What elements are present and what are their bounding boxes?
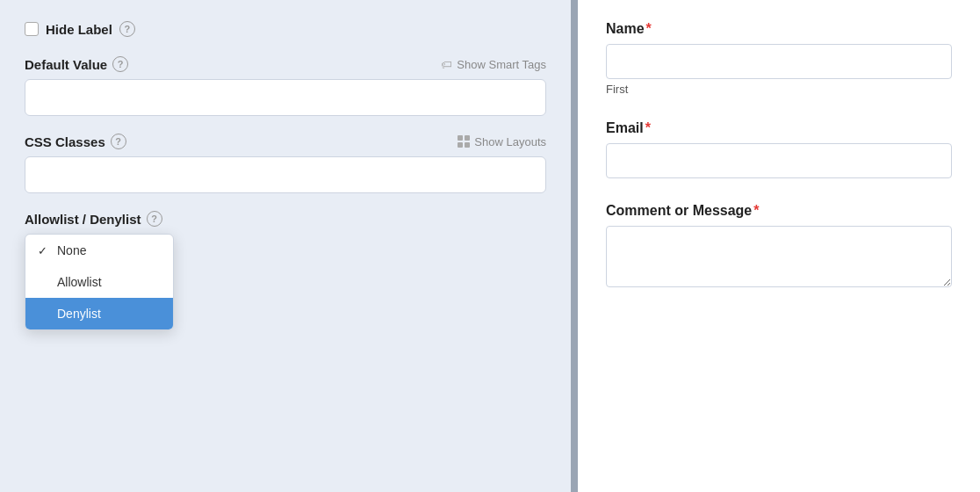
default-value-label: Default Value: [25, 57, 107, 72]
allowlist-denylist-label-left: Allowlist / Denylist ?: [25, 211, 162, 227]
hide-label-text: Hide Label: [46, 22, 112, 37]
default-value-help-icon[interactable]: ?: [112, 56, 128, 72]
none-label: None: [57, 243, 86, 257]
show-layouts-label: Show Layouts: [474, 135, 546, 148]
css-classes-label: CSS Classes: [25, 134, 105, 149]
name-sub-label: First: [606, 83, 952, 96]
show-smart-tags-link[interactable]: 🏷 Show Smart Tags: [441, 58, 546, 71]
comment-required-star: *: [753, 203, 759, 219]
default-value-field: Default Value ? 🏷 Show Smart Tags: [25, 56, 546, 116]
smart-tags-label: Show Smart Tags: [457, 58, 546, 71]
allowlist-denylist-label: Allowlist / Denylist: [25, 212, 141, 227]
default-value-label-left: Default Value ?: [25, 56, 128, 72]
denylist-label: Denylist: [57, 307, 101, 321]
default-value-input[interactable]: [25, 79, 546, 116]
comment-label-text: Comment or Message: [606, 203, 752, 219]
hide-label-help-icon[interactable]: ?: [119, 21, 135, 37]
email-field-group: Email *: [606, 120, 952, 178]
default-value-label-row: Default Value ? 🏷 Show Smart Tags: [25, 56, 546, 72]
css-classes-label-row: CSS Classes ? Show Layouts: [25, 134, 546, 149]
allowlist-denylist-label-row: Allowlist / Denylist ?: [25, 211, 546, 227]
layout-icon: [458, 135, 470, 148]
dropdown-item-none[interactable]: ✓ None: [25, 235, 173, 266]
email-label-text: Email: [606, 120, 644, 136]
left-panel: Hide Label ? Default Value ? 🏷 Show Smar…: [0, 0, 571, 492]
css-classes-label-left: CSS Classes ?: [25, 134, 126, 149]
css-classes-input[interactable]: [25, 156, 546, 193]
dropdown-item-allowlist[interactable]: Allowlist: [25, 266, 173, 298]
name-label: Name *: [606, 21, 952, 37]
css-classes-help-icon[interactable]: ?: [111, 134, 126, 149]
none-checkmark: ✓: [38, 244, 50, 257]
allowlist-denylist-help-icon[interactable]: ?: [147, 211, 162, 227]
comment-textarea[interactable]: [606, 226, 952, 287]
dropdown-item-denylist[interactable]: Denylist: [25, 298, 173, 329]
allowlist-denylist-field: Allowlist / Denylist ? ✓ None Allowlist …: [25, 211, 546, 227]
tag-icon: 🏷: [441, 58, 452, 71]
allowlist-denylist-dropdown-menu[interactable]: ✓ None Allowlist Denylist: [25, 234, 174, 330]
show-layouts-link[interactable]: Show Layouts: [458, 135, 546, 148]
name-label-text: Name: [606, 21, 645, 37]
name-input[interactable]: [606, 44, 952, 79]
name-required-star: *: [646, 21, 652, 37]
css-classes-field: CSS Classes ? Show Layouts: [25, 134, 546, 193]
panel-divider: [571, 0, 578, 492]
hide-label-checkbox[interactable]: [25, 22, 39, 36]
comment-label: Comment or Message *: [606, 203, 952, 219]
email-input[interactable]: [606, 143, 952, 178]
allowlist-label: Allowlist: [57, 275, 102, 289]
email-label: Email *: [606, 120, 952, 136]
hide-label-row: Hide Label ?: [25, 21, 546, 37]
right-panel: Name * First Email * Comment or Message …: [578, 0, 980, 492]
comment-field-group: Comment or Message *: [606, 203, 952, 290]
email-required-star: *: [645, 120, 651, 136]
name-field-group: Name * First: [606, 21, 952, 96]
